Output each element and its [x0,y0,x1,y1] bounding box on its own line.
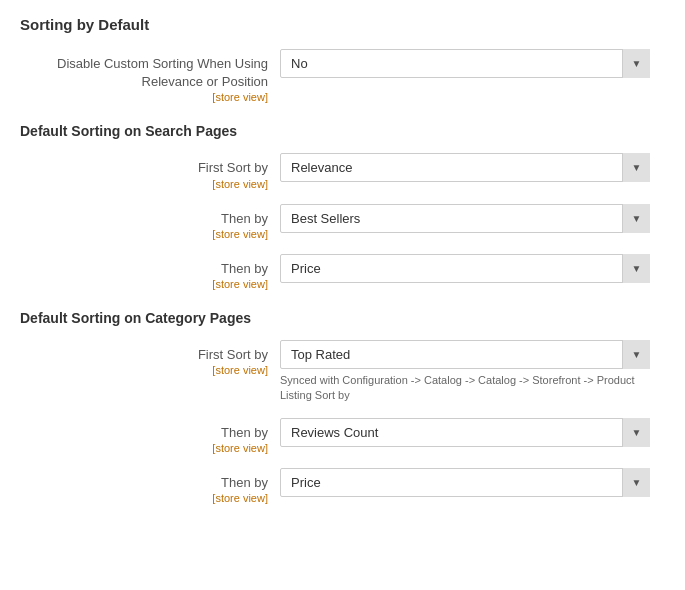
category-first-sort-select-wrapper: Relevance Best Sellers Price Top Rated R… [280,340,650,369]
search-then-by-2-label: Then by [store view] [20,254,280,290]
search-then-by-1-row: Then by [store view] Relevance Best Sell… [20,204,665,240]
search-first-sort-row: First Sort by [store view] Relevance Bes… [20,153,665,189]
category-then-by-1-row: Then by [store view] Relevance Best Sell… [20,418,665,454]
category-first-sort-label: First Sort by [store view] [20,340,280,376]
disable-sorting-row: Disable Custom Sorting When Using Releva… [20,49,665,103]
disable-sorting-control: No Yes ▼ [280,49,665,78]
category-first-sort-row: First Sort by [store view] Relevance Bes… [20,340,665,404]
category-section: Default Sorting on Category Pages First … [20,310,665,504]
category-first-sort-control: Relevance Best Sellers Price Top Rated R… [280,340,665,404]
search-then-by-2-select-wrapper: Relevance Best Sellers Price Top Rated R… [280,254,650,283]
search-then-by-2-select[interactable]: Relevance Best Sellers Price Top Rated R… [280,254,650,283]
category-then-by-2-select[interactable]: Relevance Best Sellers Price Top Rated R… [280,468,650,497]
category-then-by-1-label: Then by [store view] [20,418,280,454]
category-then-by-2-select-wrapper: Relevance Best Sellers Price Top Rated R… [280,468,650,497]
category-section-title: Default Sorting on Category Pages [20,310,665,326]
page-title: Sorting by Default [20,16,665,33]
disable-sorting-select-wrapper: No Yes ▼ [280,49,650,78]
search-first-sort-label: First Sort by [store view] [20,153,280,189]
disable-sorting-label: Disable Custom Sorting When Using Releva… [20,49,280,103]
category-then-by-1-control: Relevance Best Sellers Price Top Rated R… [280,418,665,447]
search-first-sort-select[interactable]: Relevance Best Sellers Price Top Rated R… [280,153,650,182]
search-then-by-1-select-wrapper: Relevance Best Sellers Price Top Rated R… [280,204,650,233]
search-first-sort-select-wrapper: Relevance Best Sellers Price Top Rated R… [280,153,650,182]
disable-sorting-select[interactable]: No Yes [280,49,650,78]
search-first-sort-control: Relevance Best Sellers Price Top Rated R… [280,153,665,182]
category-then-by-2-row: Then by [store view] Relevance Best Sell… [20,468,665,504]
category-then-by-1-select-wrapper: Relevance Best Sellers Price Top Rated R… [280,418,650,447]
search-then-by-1-select[interactable]: Relevance Best Sellers Price Top Rated R… [280,204,650,233]
search-then-by-1-label: Then by [store view] [20,204,280,240]
category-first-sort-select[interactable]: Relevance Best Sellers Price Top Rated R… [280,340,650,369]
search-section: Default Sorting on Search Pages First So… [20,123,665,290]
category-then-by-2-label: Then by [store view] [20,468,280,504]
search-then-by-2-row: Then by [store view] Relevance Best Sell… [20,254,665,290]
search-then-by-1-control: Relevance Best Sellers Price Top Rated R… [280,204,665,233]
search-then-by-2-control: Relevance Best Sellers Price Top Rated R… [280,254,665,283]
category-then-by-1-select[interactable]: Relevance Best Sellers Price Top Rated R… [280,418,650,447]
category-first-sort-hint: Synced with Configuration -> Catalog -> … [280,373,650,404]
category-then-by-2-control: Relevance Best Sellers Price Top Rated R… [280,468,665,497]
search-section-title: Default Sorting on Search Pages [20,123,665,139]
